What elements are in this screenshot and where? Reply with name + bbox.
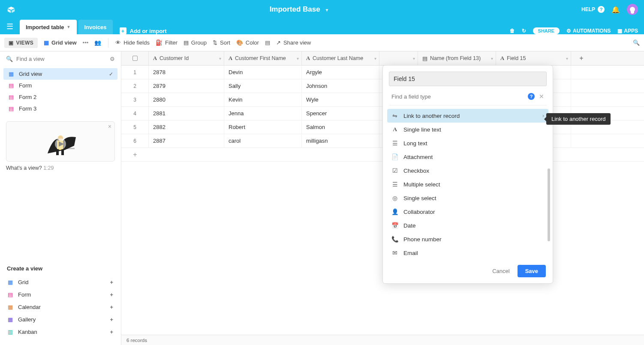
col-first-name[interactable]: A Customer First Name ▾: [224, 51, 302, 65]
field-type-attachment[interactable]: 📄 Attachment: [387, 150, 548, 164]
col-name-from-field13[interactable]: ▤ Name (from Field 13) ▾: [418, 51, 496, 65]
col-unnamed[interactable]: ▾: [379, 51, 418, 65]
chevron-down-icon[interactable]: ▾: [413, 56, 415, 61]
cell-customer-id[interactable]: 2879: [149, 79, 224, 93]
field-type-link-record[interactable]: ⇋ Link to another record ›: [387, 109, 548, 123]
search-icon[interactable]: 🔍: [633, 39, 640, 46]
close-icon[interactable]: ×: [108, 123, 111, 130]
help-link[interactable]: HELP ?: [581, 6, 605, 13]
add-column-button[interactable]: +: [571, 51, 592, 65]
cell-customer-id[interactable]: 2881: [149, 107, 224, 120]
view-item-form[interactable]: ▤ Form: [3, 80, 117, 91]
view-search-input[interactable]: [16, 56, 106, 62]
field-type-date[interactable]: 📅 Date: [387, 219, 548, 232]
ft-label: Email: [403, 250, 418, 256]
cell-last-name[interactable]: Salmon: [302, 120, 379, 134]
field-type-email[interactable]: ✉ Email: [387, 246, 548, 257]
filter-button[interactable]: ⛽ Filter: [156, 39, 178, 46]
cell-first-name[interactable]: Sally: [224, 79, 302, 93]
chevron-down-icon[interactable]: ▾: [219, 56, 221, 61]
field-type-multi-select[interactable]: ☰ Multiple select: [387, 177, 548, 191]
color-icon: 🎨: [236, 39, 243, 46]
automations-button[interactable]: ⚙ AUTOMATIONS: [566, 28, 611, 34]
chevron-down-icon[interactable]: ▾: [374, 56, 376, 61]
cell-first-name[interactable]: Kevin: [224, 93, 302, 106]
scrollbar-thumb[interactable]: [548, 168, 550, 241]
views-button[interactable]: ▣ VIEWS: [4, 38, 38, 48]
field-type-collaborator[interactable]: 👤 Collaborator: [387, 205, 548, 219]
col-last-name[interactable]: A Customer Last Name ▾: [302, 51, 379, 65]
cell-customer-id[interactable]: 2878: [149, 66, 224, 79]
email-icon: ✉: [391, 249, 398, 256]
row-height-icon[interactable]: ▤: [265, 39, 270, 46]
cell-last-name[interactable]: Argyle: [302, 66, 379, 79]
create-kanban[interactable]: ▥ Kanban +: [7, 326, 114, 338]
table-tab-invoices[interactable]: Invoices: [78, 20, 113, 34]
apps-button[interactable]: ▦ APPS: [617, 28, 638, 34]
search-icon: 🔍: [6, 56, 13, 62]
chevron-down-icon[interactable]: ▾: [566, 56, 568, 61]
base-title[interactable]: Imported Base ▼: [17, 5, 581, 14]
cell-first-name[interactable]: Robert: [224, 120, 302, 134]
notifications-icon[interactable]: 🔔: [611, 6, 620, 14]
col-field-15[interactable]: A Field 15 ▾: [496, 51, 571, 65]
color-button[interactable]: 🎨 Color: [236, 39, 259, 46]
group-button[interactable]: ▤ Group: [184, 39, 207, 46]
share-view-button[interactable]: ↗ Share view: [276, 39, 311, 46]
history-icon[interactable]: ↻: [522, 28, 526, 34]
sort-button[interactable]: ⇅ Sort: [213, 39, 230, 46]
collaborators-icon[interactable]: 👥: [94, 39, 101, 46]
col-customer-id[interactable]: A Customer Id ▾: [149, 51, 224, 65]
view-item-grid[interactable]: ▦ Grid view ✓: [3, 68, 117, 80]
field-type-checkbox[interactable]: ☑ Checkbox: [387, 164, 548, 177]
current-view[interactable]: ▦ Grid view: [44, 39, 77, 46]
chevron-down-icon[interactable]: ▾: [297, 56, 299, 61]
chevron-down-icon[interactable]: ▾: [491, 56, 493, 61]
select-all-cell[interactable]: [121, 51, 149, 65]
table-tab-imported-table[interactable]: Imported table ▼: [20, 20, 77, 34]
add-or-import-button[interactable]: + Add or import: [120, 27, 167, 34]
automations-label: AUTOMATIONS: [573, 28, 611, 34]
cell-last-name[interactable]: Wyle: [302, 93, 379, 106]
cell-first-name[interactable]: carol: [224, 134, 302, 147]
share-button[interactable]: SHARE: [533, 27, 560, 34]
plus-icon: +: [121, 148, 149, 161]
cell-last-name[interactable]: Spencer: [302, 107, 379, 120]
view-item-form3[interactable]: ▤ Form 3: [3, 103, 117, 114]
app-logo-icon[interactable]: [5, 3, 17, 15]
gear-icon[interactable]: ⚙: [110, 56, 115, 62]
create-gallery[interactable]: ▦ Gallery +: [7, 313, 114, 326]
menu-icon[interactable]: ☰: [0, 19, 20, 34]
cell-customer-id[interactable]: 2887: [149, 134, 224, 147]
promo-video[interactable]: [6, 121, 115, 162]
cell-customer-id[interactable]: 2882: [149, 120, 224, 134]
user-avatar[interactable]: [627, 4, 638, 15]
create-calendar[interactable]: ▦ Calendar +: [7, 301, 114, 313]
field-type-phone[interactable]: 📞 Phone number: [387, 232, 548, 246]
field-type-single-line[interactable]: A Single line text: [387, 123, 548, 136]
table-tabs: ☰ Imported table ▼ Invoices + Add or imp…: [0, 19, 644, 34]
cell-customer-id[interactable]: 2880: [149, 93, 224, 106]
view-options-icon[interactable]: •••: [83, 39, 89, 46]
create-form[interactable]: ▤ Form +: [7, 288, 114, 301]
close-icon[interactable]: ✕: [539, 93, 544, 100]
share-view-label: Share view: [283, 39, 311, 46]
field-type-search-input[interactable]: [391, 93, 524, 100]
save-button[interactable]: Save: [518, 265, 546, 277]
cell-first-name[interactable]: Jenna: [224, 107, 302, 120]
help-icon[interactable]: ?: [528, 93, 535, 100]
cell-last-name[interactable]: milligasn: [302, 134, 379, 147]
hide-fields-label: Hide fields: [123, 39, 150, 46]
field-type-long-text[interactable]: ☰ Long text: [387, 136, 548, 150]
cell-first-name[interactable]: Devin: [224, 66, 302, 79]
row-number: 1: [121, 66, 149, 79]
field-name-input[interactable]: [389, 72, 547, 86]
cancel-button[interactable]: Cancel: [492, 268, 509, 274]
view-item-form2[interactable]: ▤ Form 2: [3, 91, 117, 103]
trash-icon[interactable]: 🗑: [510, 28, 515, 34]
view-label: Grid view: [19, 71, 42, 77]
field-type-single-select[interactable]: ◎ Single select: [387, 191, 548, 205]
create-grid[interactable]: ▦ Grid +: [7, 276, 114, 288]
hide-fields-button[interactable]: 👁 Hide fields: [115, 39, 150, 46]
cell-last-name[interactable]: Johnson: [302, 79, 379, 93]
